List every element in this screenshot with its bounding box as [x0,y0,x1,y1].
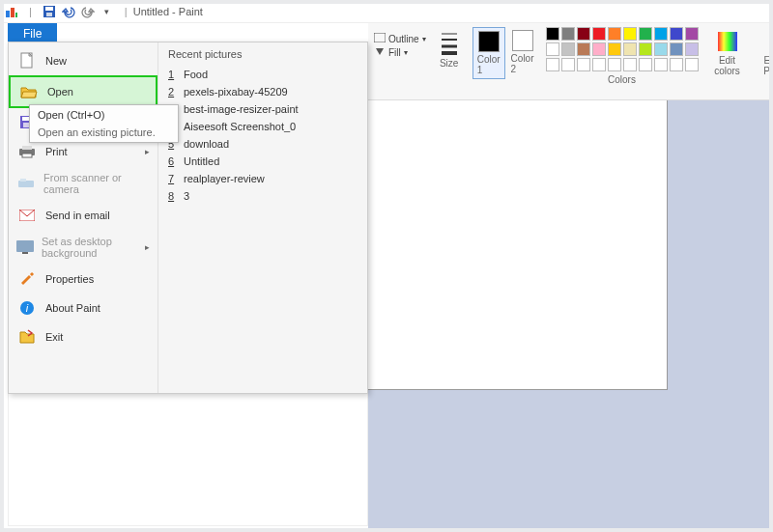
color-swatch[interactable] [670,42,683,56]
menu-label: Set as desktop background [42,236,145,259]
svg-rect-17 [22,252,28,254]
color-swatch[interactable] [577,58,590,71]
color-swatch[interactable] [561,58,575,71]
color-swatch[interactable] [561,42,575,56]
menu-properties[interactable]: Properties [9,265,157,294]
color-swatch[interactable] [577,42,590,56]
fill-dropdown[interactable]: Fill ▾ [374,46,426,58]
color-swatch[interactable] [623,27,637,41]
menu-label: From scanner or camera [43,172,150,195]
color-swatch[interactable] [670,58,683,71]
outline-dropdown[interactable]: Outline ▾ [374,33,426,44]
recent-title: Recent pictures [168,48,358,60]
menu-scanner[interactable]: From scanner or camera [9,166,157,201]
svg-rect-1 [11,8,14,17]
color-swatch[interactable] [577,27,590,41]
menu-label: About Paint [45,302,100,314]
exit-icon [16,328,38,346]
print-icon [16,143,38,160]
color-swatch[interactable] [592,42,606,56]
recent-item[interactable]: 83 [168,187,358,205]
fill-icon [374,46,386,58]
svg-rect-5 [46,13,52,16]
edit-colors-icon [716,30,739,53]
svg-rect-25 [718,32,737,51]
recent-item[interactable]: 3best-image-resizer-paint [168,100,358,118]
color-swatch[interactable] [546,27,559,41]
canvas[interactable] [368,100,668,390]
menu-label: Open [47,86,73,98]
color-swatch[interactable] [670,27,683,41]
menu-label: Exit [45,331,63,343]
svg-rect-11 [22,146,32,150]
color-swatch[interactable] [623,58,637,71]
color-swatch[interactable] [608,27,621,41]
svg-rect-2 [15,13,17,17]
color-swatch[interactable] [592,58,606,71]
ribbon: Outline ▾ Fill ▾ Size Color 1 Color 2 Co… [368,23,773,100]
customize-qat-icon[interactable]: ▾ [100,4,115,19]
menu-wallpaper[interactable]: Set as desktop background ▸ [9,230,157,265]
color-swatch[interactable] [546,58,559,71]
size-group[interactable]: Size [434,27,465,70]
recent-list: 1Food2pexels-pixabay-452093best-image-re… [168,66,358,205]
svg-rect-13 [18,181,34,187]
color-swatch[interactable] [685,27,699,41]
outline-icon [374,33,386,44]
menu-new[interactable]: New [9,46,157,75]
menu-about[interactable]: i About Paint [9,294,157,322]
svg-rect-14 [20,179,26,182]
color-swatch[interactable] [639,27,652,41]
color-swatch[interactable] [639,42,652,56]
svg-rect-20 [374,33,386,42]
size-icon [440,29,459,56]
recent-item[interactable]: 2pexels-pixabay-45209 [168,83,358,100]
chevron-down-icon: ▾ [422,35,426,43]
color1-button[interactable]: Color 1 [472,27,505,79]
recent-item[interactable]: 6Untitled [168,153,358,170]
color1-swatch [478,31,500,52]
file-menu-right: Recent pictures 1Food2pexels-pixabay-452… [158,42,367,393]
color-swatch[interactable] [561,27,575,41]
menu-label: New [45,55,67,67]
color-palette [546,27,699,71]
color-swatch[interactable] [685,42,699,56]
recent-item[interactable]: 1Food [168,66,358,83]
color-swatch[interactable] [546,42,559,56]
open-tooltip: Open (Ctrl+O) Open an existing picture. [29,104,179,143]
lower-white-area [8,394,368,526]
svg-rect-0 [6,11,10,17]
scanner-icon [16,175,36,192]
canvas-area [368,100,773,532]
color-swatch[interactable] [639,58,652,71]
new-icon [16,52,38,70]
open-icon [18,83,40,100]
title-bar: | ▾ | Untitled - Paint [0,0,773,23]
menu-label: Print [45,146,68,157]
color2-button[interactable]: Color 2 [507,27,538,79]
redo-icon[interactable] [80,4,96,19]
paint3d-button[interactable]: Edit with Paint 3D [757,27,774,79]
save-icon[interactable] [42,4,57,19]
color-swatch[interactable] [685,58,699,71]
color-swatch[interactable] [654,27,668,41]
color-swatch[interactable] [608,42,621,56]
svg-rect-16 [16,240,34,252]
menu-exit[interactable]: Exit [9,322,157,351]
quick-access-toolbar: | ▾ | [4,4,133,19]
colors-caption: Colors [608,74,636,85]
menu-open[interactable]: Open [9,75,157,108]
color-swatch[interactable] [654,58,668,71]
color-swatch[interactable] [654,42,668,56]
recent-item[interactable]: 4Aiseesoft Screenshot_0 [168,118,358,135]
recent-item[interactable]: 7realplayer-review [168,170,358,187]
info-icon: i [16,299,38,317]
menu-email[interactable]: Send in email [9,201,157,230]
color-swatch[interactable] [592,27,606,41]
svg-rect-4 [45,7,53,11]
undo-icon[interactable] [61,4,76,19]
edit-colors-button[interactable]: Edit colors [706,27,749,79]
recent-item[interactable]: 5download [168,135,358,153]
color-swatch[interactable] [623,42,637,56]
color-swatch[interactable] [608,58,621,71]
